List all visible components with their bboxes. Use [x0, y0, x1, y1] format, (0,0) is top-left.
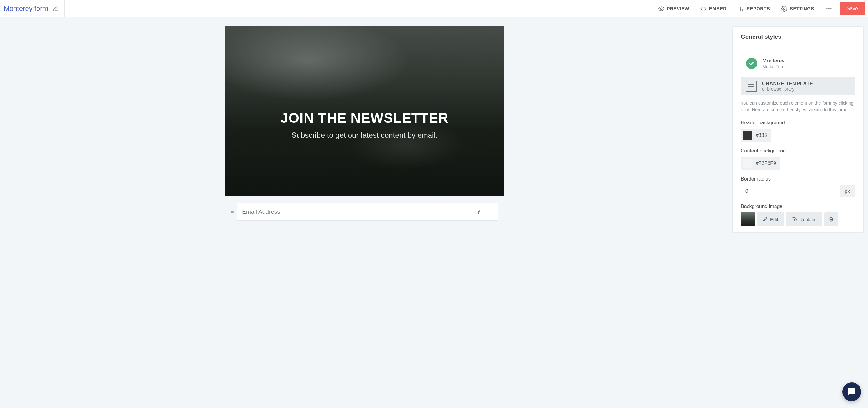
pencil-icon[interactable]: [53, 6, 58, 11]
unit-label: px: [840, 185, 855, 198]
header-bg-label: Header background: [741, 120, 855, 126]
content-bg-picker[interactable]: #F3F6F9: [741, 157, 780, 170]
border-radius-input-group: px: [741, 185, 855, 198]
nav-embed[interactable]: EMBED: [695, 0, 732, 17]
template-icon: [746, 80, 757, 92]
svg-point-5: [827, 8, 827, 9]
form-title[interactable]: Monterey form: [2, 5, 48, 13]
canvas-area: JOIN THE NEWSLETTER Subscribe to get our…: [4, 26, 725, 228]
sidebar-title: General styles: [733, 27, 863, 47]
email-field[interactable]: [237, 203, 498, 220]
form-fields: ≡: [225, 196, 504, 228]
delete-bg-button[interactable]: [824, 212, 838, 226]
template-name: Monterey: [762, 58, 786, 64]
nav-label: SETTINGS: [790, 6, 814, 11]
bar-chart-icon: [738, 6, 744, 12]
hero-heading[interactable]: JOIN THE NEWSLETTER: [225, 110, 504, 126]
style-sidebar: General styles Monterey Modal Form CHANG…: [732, 26, 864, 233]
change-template-button[interactable]: CHANGE TEMPLATE or browse library: [741, 77, 855, 95]
svg-point-6: [828, 8, 829, 9]
button-label: Edit: [770, 217, 778, 222]
svg-rect-10: [479, 210, 480, 212]
change-template-sub: or browse library: [762, 87, 813, 92]
nav-label: EMBED: [709, 6, 727, 11]
save-button[interactable]: Save: [840, 2, 865, 15]
border-radius-input[interactable]: [741, 185, 840, 198]
bg-image-label: Background image: [741, 204, 855, 209]
edit-bg-button[interactable]: Edit: [757, 212, 784, 226]
color-value: #F3F6F9: [756, 161, 776, 166]
svg-point-7: [831, 8, 831, 9]
trash-icon: [829, 217, 834, 222]
svg-rect-9: [478, 211, 479, 214]
more-horizontal-icon: [826, 5, 832, 12]
nav-reports[interactable]: REPORTS: [732, 0, 775, 17]
help-text: You can customize each element on the fo…: [741, 100, 855, 113]
bg-image-actions: Edit Replace: [741, 212, 855, 226]
email-field-row: ≡: [231, 203, 498, 220]
top-bar: Monterey form PREVIEW EMBED REPORTS SETT…: [0, 0, 868, 18]
svg-point-0: [660, 8, 662, 9]
form-canvas: JOIN THE NEWSLETTER Subscribe to get our…: [225, 26, 504, 228]
nav-settings[interactable]: SETTINGS: [775, 0, 819, 17]
upload-cloud-icon: [792, 217, 797, 222]
template-type: Modal Form: [762, 64, 786, 69]
nav-preview[interactable]: PREVIEW: [653, 0, 695, 17]
border-radius-label: Border radius: [741, 176, 855, 182]
button-label: Replace: [800, 217, 817, 222]
color-swatch: [743, 159, 752, 168]
color-swatch: [743, 131, 752, 140]
current-template-card: Monterey Modal Form: [741, 54, 855, 73]
nav-label: REPORTS: [746, 6, 770, 11]
pencil-icon: [763, 217, 768, 222]
header-bg-picker[interactable]: #333: [741, 129, 771, 142]
content-bg-label: Content background: [741, 148, 855, 154]
hero-subheading[interactable]: Subscribe to get our latest content by e…: [225, 131, 504, 140]
replace-bg-button[interactable]: Replace: [786, 212, 823, 226]
eye-icon: [658, 6, 664, 12]
color-value: #333: [756, 132, 767, 138]
gear-icon: [781, 6, 787, 12]
change-template-label: CHANGE TEMPLATE: [762, 81, 813, 87]
title-area: Monterey form: [0, 0, 65, 17]
check-icon: [746, 58, 757, 69]
svg-rect-8: [476, 210, 477, 214]
drag-handle-icon[interactable]: ≡: [231, 209, 234, 215]
svg-point-4: [783, 8, 785, 9]
hero-header[interactable]: JOIN THE NEWSLETTER Subscribe to get our…: [225, 26, 504, 196]
nav-label: PREVIEW: [667, 6, 689, 11]
code-icon: [701, 6, 707, 12]
more-menu[interactable]: [820, 0, 838, 17]
field-settings-icon[interactable]: [476, 209, 481, 215]
workspace: JOIN THE NEWSLETTER Subscribe to get our…: [0, 18, 868, 233]
bg-image-thumb[interactable]: [741, 212, 755, 226]
